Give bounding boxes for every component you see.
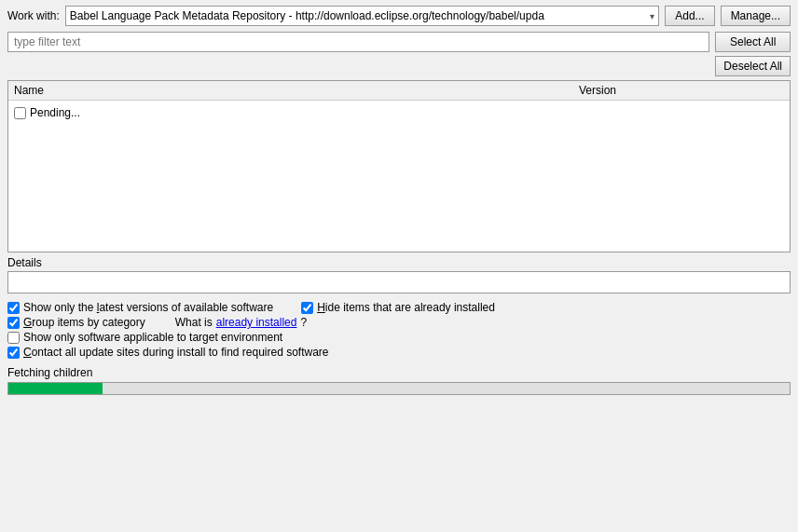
work-with-select[interactable]: Babel Language Pack Metadata Repository …: [65, 6, 659, 26]
group-by-category-option[interactable]: Group items by category: [7, 316, 145, 329]
contact-update-sites-label: Contact all update sites during install …: [23, 346, 329, 359]
table-row: Pending...: [14, 104, 784, 121]
already-installed-link[interactable]: already installed: [216, 316, 297, 329]
main-container: Work with: Babel Language Pack Metadata …: [0, 0, 798, 532]
filter-input[interactable]: [7, 32, 709, 52]
options-row-1: Show only the latest versions of availab…: [7, 301, 791, 314]
show-latest-label: Show only the latest versions of availab…: [23, 301, 273, 314]
group-by-category-label: Group items by category: [23, 316, 145, 329]
pending-text: Pending...: [30, 106, 80, 119]
manage-button[interactable]: Manage...: [721, 6, 791, 26]
fetching-label: Fetching children: [7, 366, 791, 379]
show-applicable-option[interactable]: Show only software applicable to target …: [7, 331, 282, 344]
show-latest-checkbox[interactable]: [7, 302, 20, 314]
work-with-select-text: Babel Language Pack Metadata Repository …: [70, 9, 646, 22]
details-box: [7, 271, 791, 293]
deselect-all-button[interactable]: Deselect All: [715, 56, 791, 76]
table-panel: Name Version Pending...: [7, 80, 791, 252]
pending-row-label[interactable]: Pending...: [14, 106, 80, 119]
group-by-category-checkbox[interactable]: [7, 317, 20, 329]
options-row-3: Show only software applicable to target …: [7, 331, 791, 344]
progress-bar-container: [7, 382, 791, 395]
work-with-label: Work with:: [7, 9, 60, 22]
what-is-row: What is already installed ?: [173, 316, 307, 329]
pending-checkbox[interactable]: [14, 107, 26, 119]
details-section: Details: [7, 256, 791, 293]
work-with-row: Work with: Babel Language Pack Metadata …: [0, 0, 798, 32]
show-latest-option[interactable]: Show only the latest versions of availab…: [7, 301, 273, 314]
contact-update-sites-option[interactable]: Contact all update sites during install …: [7, 346, 329, 359]
hide-installed-checkbox[interactable]: [301, 302, 313, 314]
details-label: Details: [7, 256, 791, 269]
content-area: Name Version Pending...: [0, 80, 798, 252]
show-applicable-checkbox[interactable]: [7, 332, 20, 344]
version-column-header: Version: [579, 84, 784, 97]
question-mark: ?: [300, 316, 307, 329]
options-row-4: Contact all update sites during install …: [7, 346, 791, 359]
table-header: Name Version: [8, 81, 790, 101]
hide-installed-label: Hide items that are already installed: [317, 301, 495, 314]
table-body: Pending...: [8, 101, 790, 252]
show-applicable-label: Show only software applicable to target …: [23, 331, 282, 344]
what-is-label: What is: [175, 316, 213, 329]
chevron-down-icon: ▾: [650, 11, 654, 21]
options-row-2: Group items by category What is already …: [7, 316, 791, 329]
hide-installed-option[interactable]: Hide items that are already installed: [301, 301, 495, 314]
options-section: Show only the latest versions of availab…: [0, 297, 798, 362]
progress-section: Fetching children: [0, 362, 798, 399]
select-all-button[interactable]: Select All: [715, 32, 791, 52]
contact-update-sites-checkbox[interactable]: [7, 347, 20, 359]
add-button[interactable]: Add...: [665, 6, 714, 26]
progress-bar-fill: [8, 383, 103, 394]
name-column-header: Name: [14, 84, 579, 97]
